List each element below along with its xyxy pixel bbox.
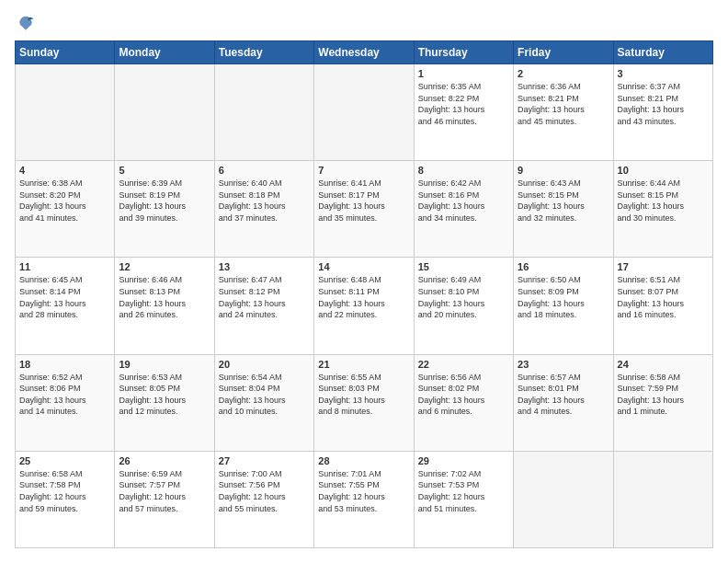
day-number: 1 <box>418 68 509 79</box>
day-number: 5 <box>119 165 210 176</box>
calendar-cell: 19Sunrise: 6:53 AM Sunset: 8:05 PM Dayli… <box>115 354 214 451</box>
calendar-cell: 17Sunrise: 6:51 AM Sunset: 8:07 PM Dayli… <box>613 258 712 354</box>
calendar-header-sunday: Sunday <box>16 41 115 64</box>
day-info: Sunrise: 6:52 AM Sunset: 8:06 PM Dayligh… <box>19 372 110 418</box>
day-number: 23 <box>518 359 609 370</box>
day-number: 22 <box>418 359 509 370</box>
calendar-week-2: 4Sunrise: 6:38 AM Sunset: 8:20 PM Daylig… <box>16 161 713 258</box>
header <box>15 15 713 33</box>
calendar-cell: 8Sunrise: 6:42 AM Sunset: 8:16 PM Daylig… <box>414 161 513 258</box>
calendar-cell: 16Sunrise: 6:50 AM Sunset: 8:09 PM Dayli… <box>514 258 613 354</box>
day-info: Sunrise: 7:02 AM Sunset: 7:53 PM Dayligh… <box>418 468 509 514</box>
calendar: SundayMondayTuesdayWednesdayThursdayFrid… <box>15 40 713 548</box>
day-info: Sunrise: 6:58 AM Sunset: 7:58 PM Dayligh… <box>19 468 110 514</box>
day-info: Sunrise: 6:59 AM Sunset: 7:57 PM Dayligh… <box>119 468 210 514</box>
calendar-header-friday: Friday <box>514 41 613 64</box>
calendar-cell: 18Sunrise: 6:52 AM Sunset: 8:06 PM Dayli… <box>16 354 115 451</box>
day-number: 28 <box>318 455 409 466</box>
day-number: 16 <box>518 261 609 272</box>
calendar-cell <box>613 451 712 547</box>
calendar-cell: 13Sunrise: 6:47 AM Sunset: 8:12 PM Dayli… <box>214 258 313 354</box>
calendar-cell <box>514 451 613 547</box>
calendar-header-saturday: Saturday <box>613 41 712 64</box>
day-info: Sunrise: 6:57 AM Sunset: 8:01 PM Dayligh… <box>518 372 609 418</box>
calendar-cell: 21Sunrise: 6:55 AM Sunset: 8:03 PM Dayli… <box>314 354 414 451</box>
day-info: Sunrise: 6:40 AM Sunset: 8:18 PM Dayligh… <box>219 178 310 224</box>
day-number: 14 <box>318 261 409 272</box>
day-info: Sunrise: 6:50 AM Sunset: 8:09 PM Dayligh… <box>518 274 609 320</box>
day-number: 15 <box>418 261 509 272</box>
day-number: 17 <box>618 261 709 272</box>
day-info: Sunrise: 6:58 AM Sunset: 7:59 PM Dayligh… <box>618 372 709 418</box>
day-number: 27 <box>219 455 310 466</box>
calendar-cell: 4Sunrise: 6:38 AM Sunset: 8:20 PM Daylig… <box>16 161 115 258</box>
day-number: 21 <box>318 359 409 370</box>
calendar-header-thursday: Thursday <box>414 41 513 64</box>
day-number: 26 <box>119 455 210 466</box>
calendar-cell: 3Sunrise: 6:37 AM Sunset: 8:21 PM Daylig… <box>613 64 712 161</box>
day-number: 6 <box>219 165 310 176</box>
calendar-cell: 10Sunrise: 6:44 AM Sunset: 8:15 PM Dayli… <box>613 161 712 258</box>
calendar-cell: 20Sunrise: 6:54 AM Sunset: 8:04 PM Dayli… <box>214 354 313 451</box>
page: SundayMondayTuesdayWednesdayThursdayFrid… <box>0 0 728 563</box>
calendar-week-5: 25Sunrise: 6:58 AM Sunset: 7:58 PM Dayli… <box>16 451 713 547</box>
day-number: 3 <box>618 68 709 79</box>
day-number: 13 <box>219 261 310 272</box>
day-number: 20 <box>219 359 310 370</box>
day-number: 25 <box>19 455 110 466</box>
day-info: Sunrise: 6:48 AM Sunset: 8:11 PM Dayligh… <box>318 274 409 320</box>
day-number: 7 <box>318 165 409 176</box>
calendar-cell <box>314 64 414 161</box>
logo <box>15 15 35 33</box>
day-info: Sunrise: 6:37 AM Sunset: 8:21 PM Dayligh… <box>618 81 709 127</box>
day-number: 12 <box>119 261 210 272</box>
day-info: Sunrise: 6:56 AM Sunset: 8:02 PM Dayligh… <box>418 372 509 418</box>
calendar-cell: 1Sunrise: 6:35 AM Sunset: 8:22 PM Daylig… <box>414 64 513 161</box>
calendar-cell: 15Sunrise: 6:49 AM Sunset: 8:10 PM Dayli… <box>414 258 513 354</box>
calendar-cell: 27Sunrise: 7:00 AM Sunset: 7:56 PM Dayli… <box>214 451 313 547</box>
calendar-week-4: 18Sunrise: 6:52 AM Sunset: 8:06 PM Dayli… <box>16 354 713 451</box>
calendar-cell: 26Sunrise: 6:59 AM Sunset: 7:57 PM Dayli… <box>115 451 214 547</box>
calendar-cell: 11Sunrise: 6:45 AM Sunset: 8:14 PM Dayli… <box>16 258 115 354</box>
calendar-cell: 25Sunrise: 6:58 AM Sunset: 7:58 PM Dayli… <box>16 451 115 547</box>
day-info: Sunrise: 6:53 AM Sunset: 8:05 PM Dayligh… <box>119 372 210 418</box>
calendar-cell <box>115 64 214 161</box>
day-number: 18 <box>19 359 110 370</box>
day-number: 24 <box>618 359 709 370</box>
day-info: Sunrise: 6:38 AM Sunset: 8:20 PM Dayligh… <box>19 178 110 224</box>
calendar-cell: 14Sunrise: 6:48 AM Sunset: 8:11 PM Dayli… <box>314 258 414 354</box>
day-info: Sunrise: 6:36 AM Sunset: 8:21 PM Dayligh… <box>518 81 609 127</box>
calendar-cell: 2Sunrise: 6:36 AM Sunset: 8:21 PM Daylig… <box>514 64 613 161</box>
day-info: Sunrise: 6:42 AM Sunset: 8:16 PM Dayligh… <box>418 178 509 224</box>
calendar-header-row: SundayMondayTuesdayWednesdayThursdayFrid… <box>16 41 713 64</box>
day-number: 2 <box>518 68 609 79</box>
calendar-cell: 5Sunrise: 6:39 AM Sunset: 8:19 PM Daylig… <box>115 161 214 258</box>
calendar-header-monday: Monday <box>115 41 214 64</box>
day-info: Sunrise: 7:01 AM Sunset: 7:55 PM Dayligh… <box>318 468 409 514</box>
day-info: Sunrise: 6:47 AM Sunset: 8:12 PM Dayligh… <box>219 274 310 320</box>
logo-bird-icon <box>17 15 35 33</box>
day-info: Sunrise: 6:45 AM Sunset: 8:14 PM Dayligh… <box>19 274 110 320</box>
calendar-cell: 6Sunrise: 6:40 AM Sunset: 8:18 PM Daylig… <box>214 161 313 258</box>
day-info: Sunrise: 6:51 AM Sunset: 8:07 PM Dayligh… <box>618 274 709 320</box>
calendar-week-3: 11Sunrise: 6:45 AM Sunset: 8:14 PM Dayli… <box>16 258 713 354</box>
day-info: Sunrise: 6:43 AM Sunset: 8:15 PM Dayligh… <box>518 178 609 224</box>
day-info: Sunrise: 6:46 AM Sunset: 8:13 PM Dayligh… <box>119 274 210 320</box>
calendar-cell: 28Sunrise: 7:01 AM Sunset: 7:55 PM Dayli… <box>314 451 414 547</box>
calendar-header-wednesday: Wednesday <box>314 41 414 64</box>
day-number: 29 <box>418 455 509 466</box>
calendar-week-1: 1Sunrise: 6:35 AM Sunset: 8:22 PM Daylig… <box>16 64 713 161</box>
calendar-cell: 22Sunrise: 6:56 AM Sunset: 8:02 PM Dayli… <box>414 354 513 451</box>
calendar-cell: 9Sunrise: 6:43 AM Sunset: 8:15 PM Daylig… <box>514 161 613 258</box>
day-info: Sunrise: 6:44 AM Sunset: 8:15 PM Dayligh… <box>618 178 709 224</box>
day-number: 9 <box>518 165 609 176</box>
day-info: Sunrise: 6:49 AM Sunset: 8:10 PM Dayligh… <box>418 274 509 320</box>
day-info: Sunrise: 7:00 AM Sunset: 7:56 PM Dayligh… <box>219 468 310 514</box>
day-info: Sunrise: 6:54 AM Sunset: 8:04 PM Dayligh… <box>219 372 310 418</box>
day-number: 11 <box>19 261 110 272</box>
day-info: Sunrise: 6:41 AM Sunset: 8:17 PM Dayligh… <box>318 178 409 224</box>
day-number: 4 <box>19 165 110 176</box>
calendar-cell: 24Sunrise: 6:58 AM Sunset: 7:59 PM Dayli… <box>613 354 712 451</box>
calendar-cell <box>214 64 313 161</box>
calendar-cell: 29Sunrise: 7:02 AM Sunset: 7:53 PM Dayli… <box>414 451 513 547</box>
